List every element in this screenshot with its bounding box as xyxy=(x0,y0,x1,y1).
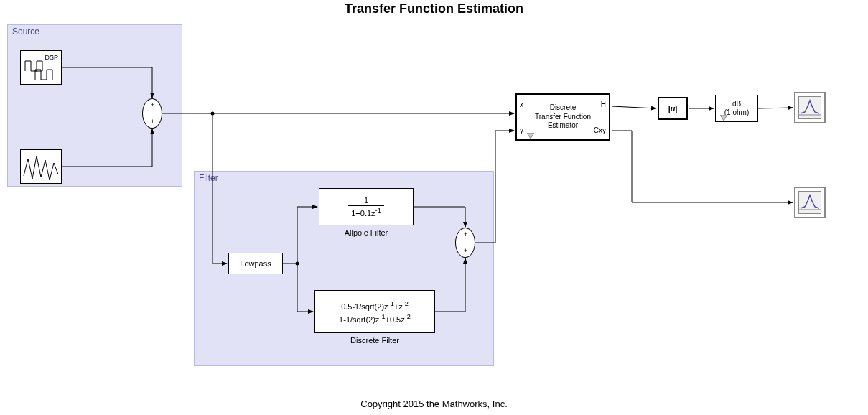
dsp-text: DSP xyxy=(45,54,58,61)
discrete-filter-fraction: 0.5-1/sqrt(2)z-1+z-2 1-1/sqrt(2)z-1+0.5z… xyxy=(336,300,414,323)
spectrum-icon xyxy=(799,99,821,116)
block-dsp-source[interactable]: DSP xyxy=(20,50,62,85)
noise-source-icon xyxy=(21,150,61,183)
block-allpole-filter[interactable]: 1 1+0.1z-1 xyxy=(319,188,414,225)
tfe-line1: Discrete xyxy=(550,103,577,113)
svg-marker-2 xyxy=(720,115,727,121)
abs-label: |u| xyxy=(668,104,678,113)
db-line2: (1 ohm) xyxy=(724,108,749,117)
sum-filter[interactable]: + + xyxy=(455,228,475,258)
block-db[interactable]: dB (1 ohm) xyxy=(715,95,758,122)
svg-marker-1 xyxy=(527,133,534,139)
spectrum-icon xyxy=(799,194,821,211)
scope-2-screen xyxy=(798,191,821,214)
region-source-label: Source xyxy=(12,27,39,37)
block-scope-1[interactable] xyxy=(794,92,826,123)
block-tfe[interactable]: Discrete Transfer Function Estimator x y… xyxy=(515,93,610,141)
tfe-line3: Estimator xyxy=(548,121,578,131)
diagram-title: Transfer Function Estimation xyxy=(0,1,868,17)
down-arrow-icon xyxy=(720,115,727,122)
allpole-fraction: 1 1+0.1z-1 xyxy=(348,196,384,218)
tfe-port-cxy: Cxy xyxy=(594,126,606,136)
discrete-filter-caption: Discrete Filter xyxy=(314,336,435,345)
tfe-line2: Transfer Function xyxy=(535,113,591,122)
tfe-port-y: y xyxy=(520,126,523,136)
block-scope-2[interactable] xyxy=(794,187,826,218)
region-filter-label: Filter xyxy=(199,173,218,183)
allpole-caption: Allpole Filter xyxy=(319,228,414,237)
sum-source[interactable]: + + xyxy=(142,98,162,129)
down-arrow-icon xyxy=(527,133,534,140)
block-abs[interactable]: |u| xyxy=(658,97,688,120)
copyright-footer: Copyright 2015 the Mathworks, Inc. xyxy=(0,398,868,409)
svg-point-8 xyxy=(211,112,215,116)
scope-1-screen xyxy=(798,96,821,119)
db-line1: dB xyxy=(732,100,741,108)
lowpass-label: Lowpass xyxy=(240,259,271,268)
block-noise-source[interactable] xyxy=(20,149,62,184)
block-discrete-filter[interactable]: 0.5-1/sqrt(2)z-1+z-2 1-1/sqrt(2)z-1+0.5z… xyxy=(314,290,435,333)
block-lowpass[interactable]: Lowpass xyxy=(228,253,283,274)
tfe-port-h: H xyxy=(601,101,606,110)
tfe-port-x: x xyxy=(520,101,523,110)
